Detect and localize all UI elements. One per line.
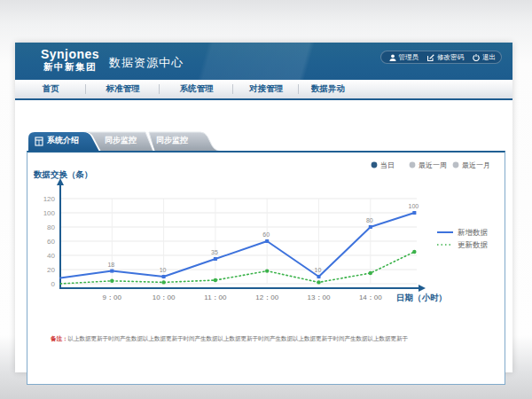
point-value-label: 10 <box>160 267 167 273</box>
series-point <box>412 250 416 254</box>
nav-item-interface-mgmt[interactable]: 对接管理 <box>233 80 299 98</box>
y-tick-label: 100 <box>43 209 56 217</box>
tab-sync-monitor-2[interactable]: 同步监控 <box>149 131 195 150</box>
y-axis-arrow <box>57 178 64 185</box>
nav-item-standard-mgmt[interactable]: 标准管理 <box>86 80 160 98</box>
range-filter-1[interactable]: 最近一周 <box>410 161 447 169</box>
y-tick-label: 120 <box>43 195 56 203</box>
content-area: 系统介绍 同步监控 同步监控 数据交换（条）当日最近一周最近一月02040608… <box>15 100 512 372</box>
footnote: 备注：以上数据更新于时间产生数据以上数据更新于时间产生数据以上数据更新于时间产生… <box>51 334 498 343</box>
series-point <box>265 269 269 272</box>
user-account-button[interactable]: 管理员 <box>389 53 419 62</box>
x-tick-label: 9：00 <box>103 293 122 301</box>
app-header: Synjones 新中新集团 数据资源中心 管理员 修改密码 <box>15 43 512 80</box>
series-point <box>265 239 269 243</box>
series-point <box>214 278 217 282</box>
x-tick-label: 12：00 <box>255 293 278 301</box>
company-logo[interactable]: Synjones 新中新集团 <box>29 47 111 72</box>
series-point <box>110 270 113 273</box>
series-point <box>412 211 416 215</box>
app-window: Synjones 新中新集团 数据资源中心 管理员 修改密码 <box>15 43 512 372</box>
y-tick-label: 40 <box>47 252 55 260</box>
nav-item-home[interactable]: 首页 <box>15 80 86 98</box>
x-axis-arrow <box>419 285 426 292</box>
point-value-label: 80 <box>366 217 373 223</box>
tab-system-intro[interactable]: 系统介绍 <box>41 131 85 150</box>
tab-sync-monitor-1[interactable]: 同步监控 <box>96 131 145 150</box>
series-point <box>214 257 217 261</box>
footnote-label: 备注： <box>51 335 68 341</box>
series-point <box>317 275 321 278</box>
logo-brand-text: Synjones <box>29 47 111 61</box>
user-name-label: 管理员 <box>399 53 419 62</box>
range-filter-label: 当日 <box>380 161 395 169</box>
y-axis-title: 数据交换（条） <box>33 169 93 180</box>
logout-label: 退出 <box>482 53 496 62</box>
desktop-backdrop: { "header": { "logo": { "brand": "Synjon… <box>0 0 532 399</box>
y-tick-label: 60 <box>47 238 55 246</box>
tab-strip: 系统介绍 同步监控 同步监控 <box>27 131 231 152</box>
range-filter-dot <box>372 162 378 168</box>
power-icon <box>473 54 480 61</box>
range-filter-2[interactable]: 最近一月 <box>453 161 490 169</box>
point-value-label: 60 <box>262 231 270 238</box>
range-filter-label: 最近一周 <box>419 161 447 169</box>
legend-item-0[interactable]: 新增数据 <box>437 228 489 237</box>
legend-item-1[interactable]: 更新数据 <box>437 240 489 249</box>
nav-item-data-changes[interactable]: 数据异动 <box>299 80 357 98</box>
chart-panel: 数据交换（条）当日最近一周最近一月0204060801001209：0010：0… <box>27 151 505 385</box>
range-filter-dot <box>453 162 459 168</box>
point-value-label: 18 <box>107 262 114 268</box>
series-point <box>369 225 372 229</box>
point-value-label: 100 <box>409 203 419 209</box>
series-point <box>317 280 320 284</box>
change-password-button[interactable]: 修改密码 <box>427 53 464 62</box>
x-tick-label: 11：00 <box>204 293 227 301</box>
app-title: 数据资源中心 <box>109 55 184 71</box>
series-line-0 <box>60 213 414 278</box>
series-point <box>161 280 165 284</box>
series-point <box>162 275 166 278</box>
range-filter-dot <box>410 162 416 168</box>
y-tick-label: 20 <box>47 266 55 274</box>
point-value-label: 10 <box>315 267 322 273</box>
x-tick-label: 14：00 <box>359 293 382 301</box>
series-line-1 <box>60 252 414 284</box>
line-chart: 数据交换（条）当日最近一周最近一月0204060801001209：0010：0… <box>27 153 505 326</box>
range-filter-label: 最近一月 <box>462 161 490 169</box>
change-password-label: 修改密码 <box>437 53 464 62</box>
main-nav: 首页 标准管理 系统管理 对接管理 数据异动 <box>15 80 512 100</box>
x-axis-title: 日期（小时） <box>396 293 447 303</box>
x-tick-label: 10：00 <box>153 293 176 301</box>
x-tick-label: 13：00 <box>308 293 331 301</box>
series-point <box>369 271 372 275</box>
legend-label: 更新数据 <box>458 240 489 249</box>
y-tick-label: 0 <box>51 280 56 288</box>
legend-label: 新增数据 <box>458 228 489 237</box>
edit-icon <box>427 54 434 61</box>
nav-item-system-mgmt[interactable]: 系统管理 <box>160 80 233 98</box>
range-filter-0[interactable]: 当日 <box>372 161 395 169</box>
footnote-text: 以上数据更新于时间产生数据以上数据更新于时间产生数据以上数据更新于时间产生数据以… <box>68 335 409 341</box>
logout-button[interactable]: 退出 <box>473 53 496 62</box>
user-toolbar: 管理员 修改密码 退出 <box>380 51 503 64</box>
y-tick-label: 80 <box>47 223 55 231</box>
logo-company-text: 新中新集团 <box>29 61 111 72</box>
point-value-label: 35 <box>211 249 218 255</box>
user-icon <box>389 54 396 61</box>
series-point <box>110 279 113 283</box>
